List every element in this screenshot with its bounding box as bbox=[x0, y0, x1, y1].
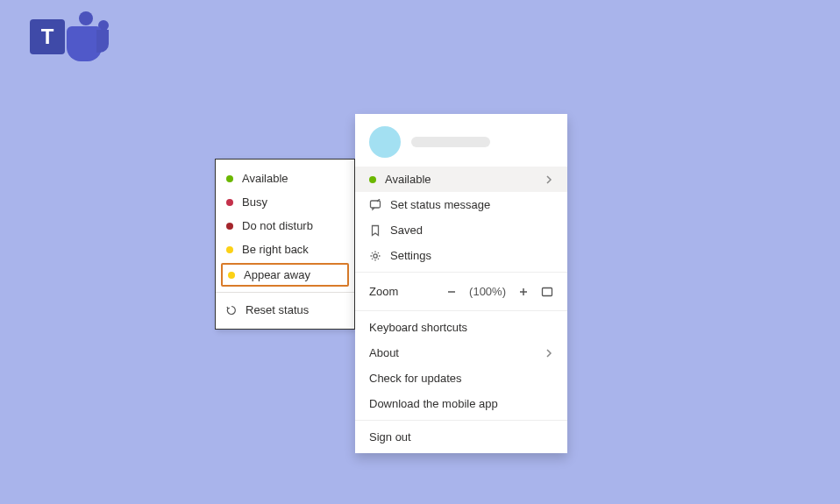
status-option-label: Be right back bbox=[242, 243, 309, 256]
menu-item-label: Keyboard shortcuts bbox=[369, 321, 467, 334]
zoom-percentage: (100%) bbox=[469, 285, 506, 298]
status-option-label: Do not disturb bbox=[242, 219, 313, 232]
menu-item-label: Download the mobile app bbox=[369, 397, 498, 410]
status-option-label: Available bbox=[242, 172, 288, 185]
menu-divider bbox=[355, 310, 567, 311]
status-option-label: Busy bbox=[242, 195, 267, 209]
menu-item-label: Check for updates bbox=[369, 372, 462, 385]
menu-item-presence[interactable]: Available bbox=[355, 167, 567, 192]
fullscreen-button[interactable] bbox=[541, 286, 553, 298]
menu-item-label: Available bbox=[385, 173, 431, 186]
avatar bbox=[369, 126, 401, 158]
account-header bbox=[355, 114, 567, 167]
reset-icon bbox=[226, 305, 237, 316]
chevron-right-icon bbox=[545, 349, 553, 358]
menu-item-mobile[interactable]: Download the mobile app bbox=[355, 391, 567, 416]
status-option-reset[interactable]: Reset status bbox=[216, 298, 354, 322]
presence-dot-dnd-icon bbox=[226, 223, 233, 230]
status-option-available[interactable]: Available bbox=[216, 167, 354, 190]
svg-point-0 bbox=[79, 11, 93, 25]
svg-rect-4 bbox=[371, 201, 381, 208]
presence-dot-available-icon bbox=[226, 175, 233, 182]
menu-item-shortcuts[interactable]: Keyboard shortcuts bbox=[355, 315, 567, 340]
menu-item-signout[interactable]: Sign out bbox=[355, 424, 567, 450]
svg-text:T: T bbox=[41, 25, 54, 48]
menu-item-label: Sign out bbox=[369, 430, 411, 444]
menu-item-updates[interactable]: Check for updates bbox=[355, 366, 567, 391]
menu-item-label: Saved bbox=[390, 224, 423, 237]
menu-item-label: Set status message bbox=[390, 198, 490, 211]
status-submenu: Available Busy Do not disturb Be right b… bbox=[215, 159, 355, 330]
status-option-label: Appear away bbox=[244, 268, 310, 281]
menu-item-label: Settings bbox=[390, 249, 431, 262]
zoom-row: Zoom (100%) bbox=[355, 276, 567, 307]
zoom-out-button[interactable] bbox=[446, 287, 457, 297]
chevron-right-icon bbox=[545, 175, 553, 184]
menu-item-set-status[interactable]: Set status message bbox=[355, 192, 567, 217]
menu-item-label: About bbox=[369, 346, 399, 359]
status-option-brb[interactable]: Be right back bbox=[216, 238, 354, 261]
bookmark-icon bbox=[369, 224, 381, 237]
menu-divider bbox=[355, 272, 567, 273]
account-menu: Available Set status message Saved Setti… bbox=[355, 114, 567, 453]
menu-item-about[interactable]: About bbox=[355, 340, 567, 366]
menu-divider bbox=[216, 292, 354, 293]
svg-point-5 bbox=[374, 253, 377, 257]
edit-message-icon bbox=[369, 199, 381, 211]
svg-rect-6 bbox=[543, 287, 552, 295]
menu-item-settings[interactable]: Settings bbox=[355, 243, 567, 268]
zoom-label: Zoom bbox=[369, 285, 398, 298]
zoom-in-button[interactable] bbox=[518, 287, 529, 297]
menu-divider bbox=[355, 420, 567, 421]
presence-dot-brb-icon bbox=[226, 246, 233, 253]
teams-logo: T bbox=[25, 11, 112, 63]
presence-dot-away-icon bbox=[228, 272, 235, 279]
presence-dot-busy-icon bbox=[226, 199, 233, 206]
status-option-dnd[interactable]: Do not disturb bbox=[216, 214, 354, 238]
user-name-placeholder bbox=[411, 137, 490, 147]
status-option-label: Reset status bbox=[246, 303, 309, 316]
gear-icon bbox=[369, 250, 381, 262]
presence-dot-available-icon bbox=[369, 176, 376, 183]
status-option-away[interactable]: Appear away bbox=[221, 263, 349, 287]
status-option-busy[interactable]: Busy bbox=[216, 190, 354, 214]
menu-item-saved[interactable]: Saved bbox=[355, 217, 567, 243]
